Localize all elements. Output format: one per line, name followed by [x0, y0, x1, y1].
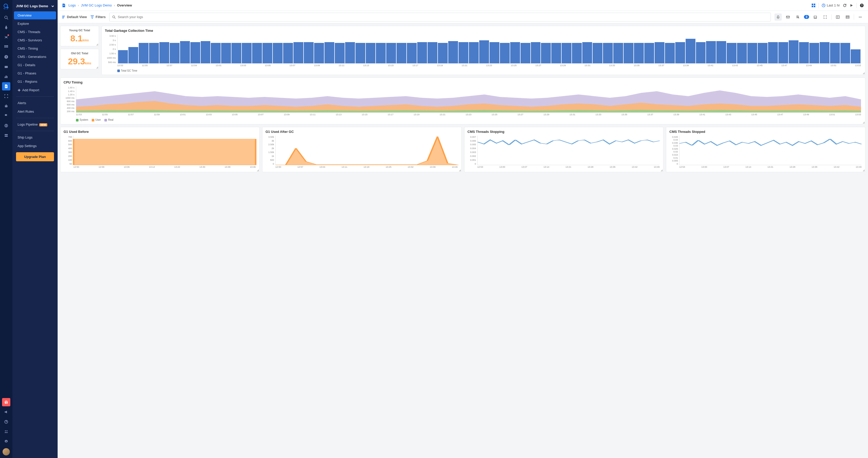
bar — [283, 43, 293, 63]
sidebar-item-overview[interactable]: Overview — [14, 11, 56, 20]
sidebar-alerts[interactable]: Alerts — [14, 99, 56, 107]
bar — [417, 42, 427, 63]
document-icon[interactable] — [2, 82, 10, 90]
resize-handle[interactable] — [257, 169, 259, 171]
chart-bar-icon[interactable] — [2, 72, 10, 81]
team-icon[interactable] — [2, 428, 10, 436]
scan-icon[interactable] — [2, 92, 10, 100]
default-view-button[interactable]: Default View — [62, 15, 87, 19]
bar — [170, 43, 180, 63]
layout-list-icon[interactable] — [844, 13, 851, 21]
bar — [118, 50, 128, 63]
help-icon[interactable] — [2, 418, 10, 426]
resize-handle[interactable] — [96, 43, 98, 45]
bar — [345, 42, 355, 63]
play-button[interactable] — [850, 4, 853, 7]
sidebar-item-g1-phases[interactable]: G1 - Phases — [14, 69, 56, 77]
resize-handle[interactable] — [863, 121, 865, 124]
bar — [644, 43, 654, 63]
sidebar-item-cms-timing[interactable]: CMS - Timing — [14, 44, 56, 53]
bar — [231, 43, 241, 63]
sidebar-item-g1-regions[interactable]: G1 - Regions — [14, 78, 56, 86]
layout-split-icon[interactable] — [834, 13, 841, 21]
svg-rect-15 — [5, 77, 5, 78]
resize-handle[interactable] — [660, 169, 663, 171]
spider-icon[interactable] — [2, 33, 10, 41]
svg-rect-48 — [786, 16, 789, 18]
bar — [851, 49, 861, 63]
robot-icon[interactable] — [2, 102, 10, 110]
disable-alerts-icon[interactable] — [794, 13, 801, 21]
sidebar-app-settings[interactable]: App Settings — [14, 142, 56, 150]
grid-icon[interactable] — [2, 43, 10, 51]
sidebar-item-cms-threads[interactable]: CMS - Threads — [14, 28, 56, 36]
gear-icon[interactable] — [2, 437, 10, 446]
bar — [716, 41, 726, 63]
upgrade-plan-button[interactable]: Upgrade Plan — [16, 152, 54, 161]
search-input[interactable] — [109, 13, 771, 22]
megaphone-icon[interactable] — [2, 408, 10, 416]
filters-button[interactable]: Filters — [90, 15, 106, 19]
search-icon[interactable] — [2, 13, 10, 22]
alert-circle-icon[interactable] — [2, 53, 10, 61]
svg-rect-9 — [6, 47, 7, 48]
sidebar-logs-pipeline[interactable]: Logs PipelineNEW — [14, 120, 56, 128]
globe-icon[interactable] — [2, 121, 10, 130]
bar — [252, 43, 262, 63]
timerange-picker[interactable]: Last 1 hr — [822, 3, 840, 7]
list-icon — [62, 15, 65, 19]
svg-rect-7 — [7, 45, 8, 46]
bar — [840, 43, 850, 63]
svg-rect-41 — [812, 6, 813, 7]
svg-point-56 — [860, 17, 861, 17]
bar — [293, 42, 303, 63]
bar — [727, 43, 737, 63]
bar — [582, 42, 592, 63]
bar — [758, 43, 768, 63]
more-icon[interactable] — [857, 13, 864, 21]
dashboard-grid-icon[interactable] — [812, 4, 815, 7]
inbox-icon[interactable] — [2, 63, 10, 71]
sidebar-alert-rules[interactable]: Alert Rules — [14, 108, 56, 116]
g1_before-chart: G1 Used Before7006005004003002001005012:… — [60, 127, 259, 172]
laptop-icon[interactable] — [812, 13, 819, 21]
icon-rail — [0, 0, 12, 458]
bar — [572, 43, 582, 63]
sidebar-item-explore[interactable]: Explore — [14, 20, 56, 28]
gift-icon[interactable] — [2, 398, 10, 406]
bar — [490, 42, 499, 63]
svg-point-46 — [113, 16, 115, 18]
help-circle-icon[interactable]: ? — [860, 3, 864, 7]
bar — [211, 43, 221, 63]
resize-handle[interactable] — [863, 72, 865, 74]
resize-handle[interactable] — [96, 66, 98, 68]
resize-handle[interactable] — [863, 169, 865, 171]
bar — [686, 39, 695, 63]
app-selector[interactable]: JVM GC Logs Demo — [12, 2, 58, 11]
sidebar-item-cms-survivors[interactable]: CMS - Survivors — [14, 36, 56, 44]
bar — [551, 43, 561, 63]
bar — [789, 40, 799, 63]
bar — [273, 43, 283, 63]
crumb-logs[interactable]: Logs — [68, 3, 76, 7]
svg-rect-6 — [6, 45, 7, 46]
add-report-button[interactable]: Add Report — [14, 86, 56, 94]
sidebar-ship-logs[interactable]: Ship Logs — [14, 133, 56, 142]
user-avatar[interactable] — [3, 448, 10, 455]
bar — [335, 43, 345, 63]
resize-handle[interactable] — [459, 169, 461, 171]
server-icon[interactable] — [2, 131, 10, 140]
svg-point-57 — [861, 17, 862, 17]
mail-icon[interactable] — [784, 13, 792, 21]
sidebar-item-cms-generations[interactable]: CMS - Generations — [14, 53, 56, 61]
svg-rect-27 — [5, 136, 8, 137]
crumb-app[interactable]: JVM GC Logs Demo — [81, 3, 112, 7]
logo-icon[interactable] — [3, 3, 10, 10]
flag-icon[interactable] — [2, 112, 10, 120]
bell-icon[interactable] — [774, 13, 782, 21]
fullscreen-icon[interactable] — [822, 13, 829, 21]
refresh-button[interactable] — [843, 4, 846, 7]
bar — [830, 43, 840, 63]
rocket-icon[interactable] — [2, 23, 10, 32]
sidebar-item-g1-details[interactable]: G1 - Details — [14, 61, 56, 69]
